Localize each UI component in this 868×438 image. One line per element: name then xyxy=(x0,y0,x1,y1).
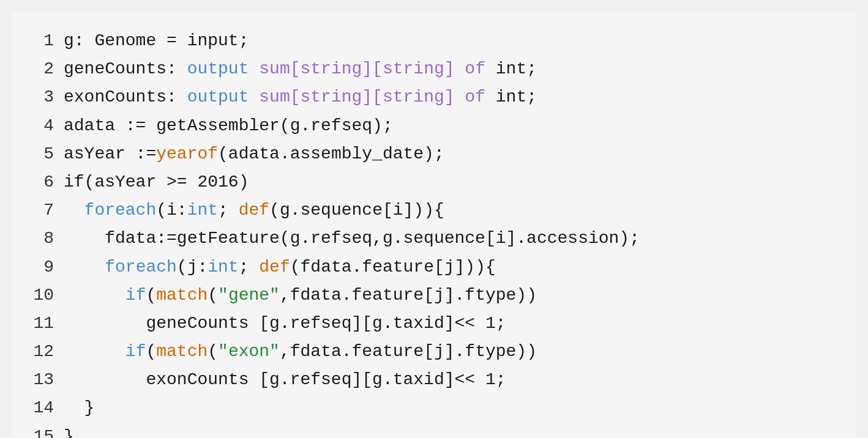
line-content: fdata:=getFeature(g.refseq,g.sequence[i]… xyxy=(64,225,836,253)
token xyxy=(64,342,125,361)
line-content: if(match("gene",fdata.feature[j].ftype)) xyxy=(64,281,836,310)
line-content: geneCounts [g.refseq][g.taxid]<< 1; xyxy=(64,310,836,338)
token: def xyxy=(239,201,269,220)
code-line: 15} xyxy=(32,423,836,438)
line-number: 15 xyxy=(32,423,54,438)
line-number: 4 xyxy=(32,112,54,140)
token xyxy=(455,59,465,78)
line-number: 11 xyxy=(32,310,54,338)
line-content: adata := getAssembler(g.refseq); xyxy=(64,112,836,140)
token: yearof xyxy=(156,144,218,163)
line-content: g: Genome = input; xyxy=(64,27,836,55)
line-number: 5 xyxy=(32,140,54,168)
token: sum[string][string] xyxy=(259,59,454,78)
line-number: 8 xyxy=(32,225,54,253)
line-number: 9 xyxy=(32,253,54,281)
token: ( xyxy=(146,286,156,305)
token xyxy=(64,286,125,305)
token: adata := getAssembler(g.refseq); xyxy=(64,116,393,135)
line-content: if(match("exon",fdata.feature[j].ftype)) xyxy=(64,338,836,366)
line-content: asYear :=yearof(adata.assembly_date); xyxy=(64,140,836,168)
token: } xyxy=(64,427,74,438)
token: "gene" xyxy=(218,286,280,305)
token: (g.sequence[i])){ xyxy=(269,201,444,220)
line-number: 12 xyxy=(32,338,54,366)
token: geneCounts: xyxy=(64,59,187,78)
line-content: foreach(j:int; def(fdata.feature[j])){ xyxy=(64,253,836,281)
line-number: 1 xyxy=(32,27,54,55)
token xyxy=(64,201,84,220)
token: ; xyxy=(218,201,239,220)
token: ( xyxy=(208,342,218,361)
token: int xyxy=(187,201,218,220)
code-line: 9 foreach(j:int; def(fdata.feature[j])){ xyxy=(32,253,836,281)
line-content: foreach(i:int; def(g.sequence[i])){ xyxy=(64,196,836,225)
token: match xyxy=(156,286,208,305)
token: exonCounts [g.refseq][g.taxid]<< 1; xyxy=(64,370,506,389)
token: if xyxy=(125,286,146,305)
token: if xyxy=(125,342,146,361)
token xyxy=(249,87,259,106)
token: (fdata.feature[j])){ xyxy=(290,258,496,277)
line-number: 10 xyxy=(32,281,54,310)
line-content: if(asYear >= 2016) xyxy=(64,168,836,196)
token: ( xyxy=(208,286,218,305)
token: (adata.assembly_date); xyxy=(218,144,444,163)
code-line: 3exonCounts: output sum[string][string] … xyxy=(32,83,836,111)
code-line: 10 if(match("gene",fdata.feature[j].ftyp… xyxy=(32,281,836,310)
token: of xyxy=(465,59,485,78)
code-container: 1g: Genome = input;2geneCounts: output s… xyxy=(12,12,856,438)
token: of xyxy=(465,87,485,106)
token xyxy=(64,258,105,277)
code-line: 11 geneCounts [g.refseq][g.taxid]<< 1; xyxy=(32,310,836,338)
code-line: 7 foreach(i:int; def(g.sequence[i])){ xyxy=(32,196,836,225)
line-number: 13 xyxy=(32,366,54,394)
token xyxy=(249,59,259,78)
line-number: 14 xyxy=(32,394,54,422)
line-content: exonCounts: output sum[string][string] o… xyxy=(64,83,836,111)
line-number: 2 xyxy=(32,55,54,83)
code-line: 12 if(match("exon",fdata.feature[j].ftyp… xyxy=(32,338,836,366)
token: def xyxy=(259,258,290,277)
token: int; xyxy=(485,87,537,106)
token: if(asYear >= 2016) xyxy=(64,173,249,191)
code-line: 2geneCounts: output sum[string][string] … xyxy=(32,55,836,83)
token xyxy=(455,87,465,106)
token: (j: xyxy=(177,258,208,277)
token: fdata:=getFeature(g.refseq,g.sequence[i]… xyxy=(64,229,640,248)
token: exonCounts: xyxy=(64,87,187,106)
code-line: 4adata := getAssembler(g.refseq); xyxy=(32,112,836,140)
token: } xyxy=(64,398,94,417)
token: int xyxy=(208,258,238,277)
token: output xyxy=(187,87,249,106)
token: (i: xyxy=(156,201,187,220)
line-content: geneCounts: output sum[string][string] o… xyxy=(64,55,836,83)
token: output xyxy=(187,59,249,78)
token: ( xyxy=(146,342,156,361)
line-number: 6 xyxy=(32,168,54,196)
token: foreach xyxy=(105,258,177,277)
token: sum[string][string] xyxy=(259,87,454,106)
token: geneCounts [g.refseq][g.taxid]<< 1; xyxy=(64,314,506,333)
code-line: 8 fdata:=getFeature(g.refseq,g.sequence[… xyxy=(32,225,836,253)
code-block: 1g: Genome = input;2geneCounts: output s… xyxy=(32,27,836,438)
token: g: Genome = input; xyxy=(64,31,249,50)
token: match xyxy=(156,342,208,361)
line-content: } xyxy=(64,423,836,438)
token: "exon" xyxy=(218,342,280,361)
code-line: 5asYear :=yearof(adata.assembly_date); xyxy=(32,140,836,168)
token: ,fdata.feature[j].ftype)) xyxy=(280,342,537,361)
line-content: } xyxy=(64,394,836,422)
line-content: exonCounts [g.refseq][g.taxid]<< 1; xyxy=(64,366,836,394)
token: ,fdata.feature[j].ftype)) xyxy=(280,286,537,305)
code-line: 6if(asYear >= 2016) xyxy=(32,168,836,196)
code-line: 1g: Genome = input; xyxy=(32,27,836,55)
code-line: 14 } xyxy=(32,394,836,422)
token: asYear := xyxy=(64,144,156,163)
token: ; xyxy=(239,258,260,277)
code-line: 13 exonCounts [g.refseq][g.taxid]<< 1; xyxy=(32,366,836,394)
line-number: 3 xyxy=(32,83,54,111)
line-number: 7 xyxy=(32,196,54,225)
token: foreach xyxy=(84,201,157,220)
token: int; xyxy=(485,59,537,78)
